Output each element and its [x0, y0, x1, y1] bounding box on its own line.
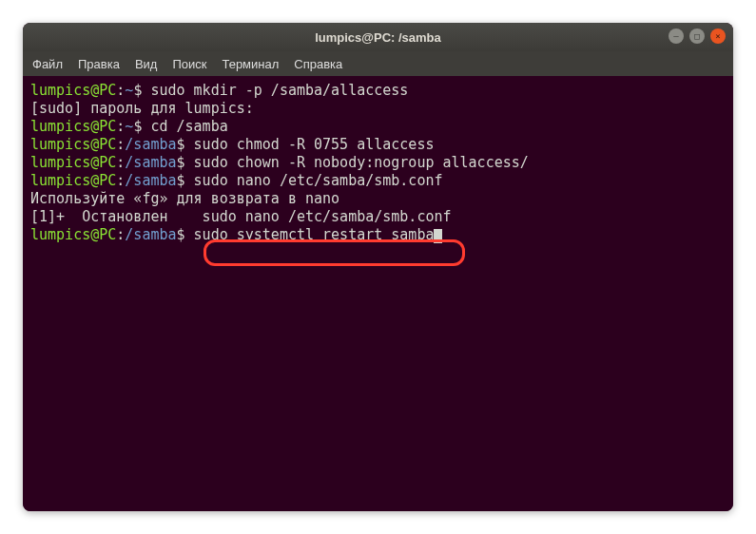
terminal-window: lumpics@PC: /samba — □ × Файл Правка Вид…: [23, 23, 733, 511]
command-text: sudo chown -R nobody:nogroup allaccess/: [194, 154, 529, 171]
prompt-user: lumpics@PC: [30, 82, 116, 99]
menu-terminal[interactable]: Терминал: [222, 57, 279, 71]
window-title: lumpics@PC: /samba: [315, 30, 441, 45]
menu-search[interactable]: Поиск: [172, 57, 206, 71]
command-text: cd /samba: [150, 118, 227, 135]
menu-help[interactable]: Справка: [294, 57, 342, 71]
cursor-icon: [434, 229, 442, 243]
minimize-button[interactable]: —: [669, 29, 684, 44]
menubar: Файл Правка Вид Поиск Терминал Справка: [23, 51, 733, 76]
menu-edit[interactable]: Правка: [78, 57, 120, 71]
menu-view[interactable]: Вид: [135, 57, 158, 71]
command-text: sudo mkdir -p /samba/allaccess: [150, 82, 408, 99]
close-button[interactable]: ×: [710, 29, 726, 44]
terminal-body[interactable]: lumpics@PC:~$ sudo mkdir -p /samba/allac…: [23, 76, 733, 511]
terminal-line: lumpics@PC:/samba$ sudo chown -R nobody:…: [30, 154, 726, 172]
terminal-line: lumpics@PC:/samba$ sudo systemctl restar…: [30, 226, 726, 244]
command-text: sudo systemctl restart samba: [194, 226, 435, 243]
terminal-line: [sudo] пароль для lumpics:: [30, 100, 726, 118]
command-text: sudo chmod -R 0755 allaccess: [194, 136, 435, 153]
terminal-line: lumpics@PC:/samba$ sudo nano /etc/samba/…: [30, 172, 726, 190]
terminal-line: lumpics@PC:/samba$ sudo chmod -R 0755 al…: [30, 136, 726, 154]
terminal-line: [1]+ Остановлен sudo nano /etc/samba/smb…: [30, 208, 726, 226]
titlebar[interactable]: lumpics@PC: /samba — □ ×: [23, 23, 733, 51]
window-controls: — □ ×: [669, 29, 726, 44]
menu-file[interactable]: Файл: [32, 57, 63, 71]
terminal-line: lumpics@PC:~$ cd /samba: [30, 118, 726, 136]
terminal-line: Используйте «fg» для возврата в nano: [30, 190, 726, 208]
maximize-button[interactable]: □: [689, 29, 705, 44]
command-text: sudo nano /etc/samba/smb.conf: [194, 172, 443, 189]
terminal-line: lumpics@PC:~$ sudo mkdir -p /samba/allac…: [30, 82, 726, 100]
